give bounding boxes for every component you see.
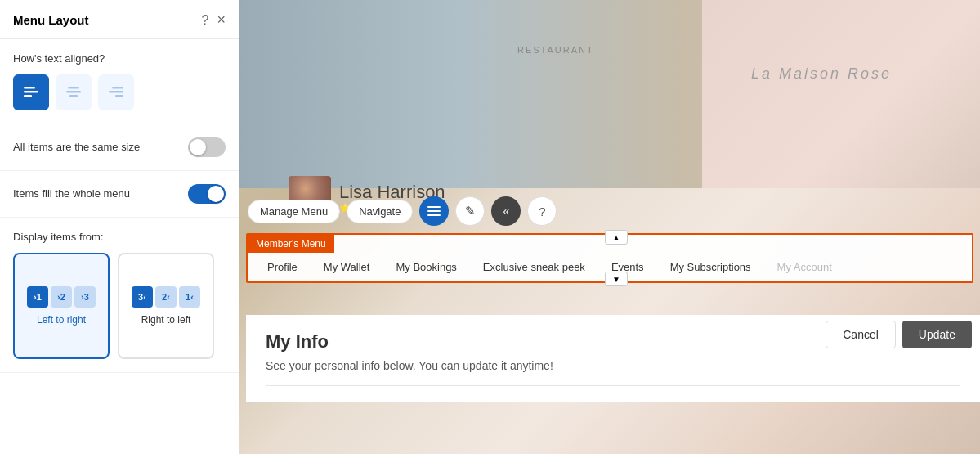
svg-rect-4 (66, 91, 81, 93)
ltr-chip-3: ›3 (74, 286, 96, 308)
help-icon-btn[interactable]: ? (527, 196, 557, 226)
svg-rect-1 (24, 91, 38, 93)
navigate-btn[interactable]: Navigate (347, 200, 413, 223)
help-icon[interactable]: ? (202, 13, 209, 28)
align-buttons-group (13, 74, 226, 110)
nav-profile[interactable]: Profile (254, 258, 311, 276)
member-bar: ▲ Member's Menu Profile My Wallet My Boo… (246, 233, 973, 283)
align-left-btn[interactable] (13, 74, 49, 110)
svg-rect-2 (24, 95, 32, 97)
fill-whole-row: Items fill the whole menu (13, 184, 226, 204)
ltr-arrows: ›1 ›2 ›3 (27, 286, 96, 308)
ltr-chip-2: ›2 (51, 286, 72, 308)
fill-whole-slider (188, 184, 226, 204)
rtl-chip-2: 2‹ (155, 286, 177, 308)
ltr-label: Left to right (37, 314, 86, 326)
same-size-row: All items are the same size (13, 137, 226, 157)
svg-rect-11 (427, 214, 441, 216)
same-size-slider (188, 137, 226, 157)
svg-rect-5 (69, 95, 78, 97)
align-center-btn[interactable] (56, 74, 92, 110)
close-icon[interactable]: × (217, 11, 226, 29)
nav-account[interactable]: My Account (764, 258, 845, 276)
manage-menu-btn[interactable]: Manage Menu (248, 200, 340, 223)
display-items-section: Display items from: ›1 ›2 ›3 Left to rig… (0, 218, 239, 373)
svg-rect-9 (427, 206, 441, 208)
svg-rect-10 (427, 210, 441, 212)
person-figure (808, 74, 857, 180)
rtl-chip-3: 1‹ (179, 286, 200, 308)
nav-bookings[interactable]: My Bookings (383, 258, 469, 276)
nav-sneak-peek[interactable]: Exclusive sneak peek (470, 258, 598, 276)
svg-rect-6 (112, 87, 123, 89)
same-size-section: All items are the same size (0, 124, 239, 171)
edit-icon-btn[interactable]: ✎ (455, 196, 485, 226)
fill-whole-label: Items fill the whole menu (13, 187, 130, 201)
update-button[interactable]: Update (902, 321, 972, 348)
display-items-label: Display items from: (13, 231, 226, 243)
rtl-arrows: 3‹ 2‹ 1‹ (132, 286, 200, 308)
menu-icon-btn[interactable] (419, 196, 449, 226)
restaurant-text: RESTAURANT (517, 45, 594, 55)
direction-cards-group: ›1 ›2 ›3 Left to right 3‹ (13, 253, 226, 359)
back-icon-btn[interactable]: « (491, 196, 521, 226)
content-subtitle: See your personal info below. You can up… (266, 359, 960, 372)
building-left (239, 16, 419, 180)
fill-whole-toggle[interactable] (188, 184, 226, 204)
content-divider (266, 385, 960, 386)
toolbar: Manage Menu Navigate ✎ « ? (248, 196, 557, 226)
right-area: La Maison Rose RESTAURANT Lisa Harrison … (239, 0, 980, 454)
align-right-btn[interactable] (98, 74, 134, 110)
fill-whole-section: Items fill the whole menu (0, 171, 239, 218)
header-icons: ? × (202, 11, 226, 29)
rtl-chip-1: 3‹ (132, 286, 153, 308)
member-menu-label: Member's Menu (248, 235, 334, 253)
same-size-toggle[interactable] (188, 137, 226, 157)
text-alignment-label: How's text aligned? (13, 52, 226, 65)
svg-rect-8 (115, 95, 123, 97)
text-alignment-section: How's text aligned? (0, 39, 239, 124)
ltr-card[interactable]: ›1 ›2 ›3 Left to right (13, 253, 110, 359)
nav-wallet[interactable]: My Wallet (311, 258, 383, 276)
svg-rect-7 (109, 91, 123, 93)
nav-subscriptions[interactable]: My Subscriptions (657, 258, 764, 276)
resize-handle-bottom[interactable]: ▼ (605, 272, 628, 286)
left-panel: Menu Layout ? × How's text aligned? (0, 0, 239, 454)
svg-rect-3 (68, 87, 79, 89)
panel-header: Menu Layout ? × (0, 0, 239, 39)
panel-title: Menu Layout (13, 13, 89, 27)
svg-rect-0 (24, 87, 35, 89)
resize-handle-top[interactable]: ▲ (605, 230, 628, 245)
action-buttons: Cancel Update (826, 321, 972, 348)
rtl-label: Right to left (141, 314, 191, 326)
same-size-label: All items are the same size (13, 140, 140, 155)
ltr-chip-1: ›1 (27, 286, 48, 308)
cancel-button[interactable]: Cancel (826, 321, 896, 348)
rtl-card[interactable]: 3‹ 2‹ 1‹ Right to left (118, 253, 214, 359)
